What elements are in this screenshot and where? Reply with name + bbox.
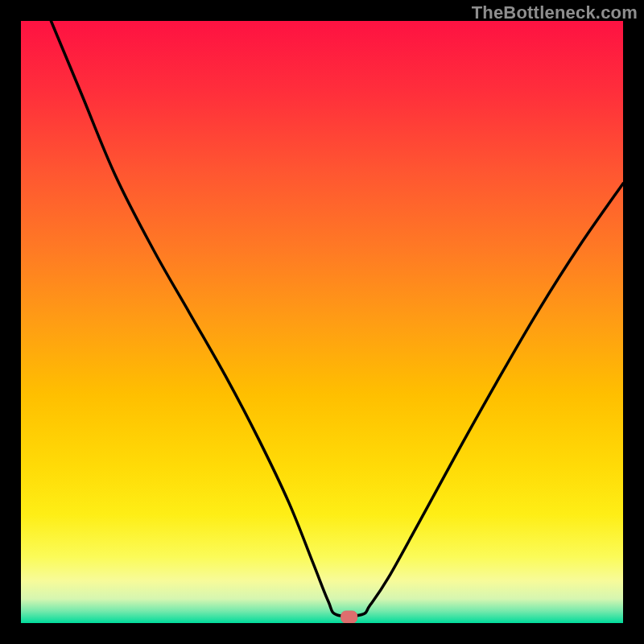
bottleneck-chart	[0, 0, 644, 644]
watermark-text: TheBottleneck.com	[472, 2, 638, 23]
optimal-point-marker	[341, 611, 357, 623]
